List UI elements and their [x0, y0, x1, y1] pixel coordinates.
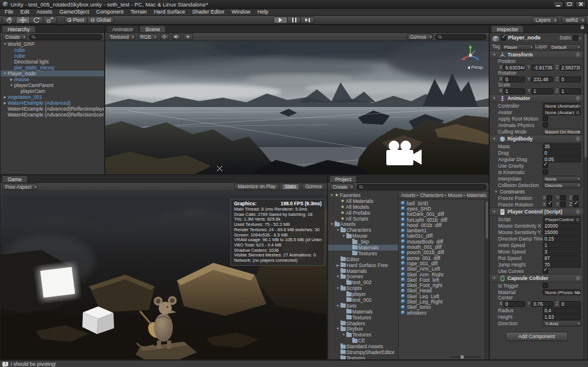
foldout-icon[interactable]: ▶ [2, 94, 8, 100]
project-file-item[interactable]: furDark_001_diff [399, 212, 489, 217]
project-search-input[interactable] [356, 184, 487, 190]
value-field[interactable]: 97 [543, 255, 581, 261]
foldout-icon[interactable]: ▼ [492, 275, 497, 281]
project-tree-item[interactable]: Shaders [328, 321, 398, 326]
tab-project[interactable]: Project [329, 175, 357, 182]
menu-terrain[interactable]: Terrain [127, 9, 151, 15]
hierarchy-item[interactable]: Directional light [1, 59, 104, 65]
foldout-icon[interactable]: ▶ [2, 100, 8, 106]
foldout-icon[interactable]: ▼ [335, 326, 340, 332]
foldout-icon[interactable]: ▼ [492, 95, 497, 101]
dropdown-field[interactable]: Discrete [543, 182, 581, 188]
project-tree-item[interactable]: ★All Scripts [328, 216, 398, 222]
stats-toggle[interactable]: Stats [282, 184, 300, 190]
menu-window[interactable]: Window [228, 9, 254, 15]
menu-shader-editor[interactable]: Shader Editor [189, 9, 228, 15]
scene-search-input[interactable] [435, 34, 487, 40]
project-file-item[interactable]: rope_001_diff [399, 261, 489, 266]
gear-icon[interactable] [575, 93, 582, 104]
foldout-icon[interactable]: ▼ [493, 189, 499, 195]
component-header-transform[interactable]: ▼Transform [490, 51, 583, 59]
foldout-icon[interactable]: ▼ [341, 233, 346, 239]
value-field[interactable]: 35 [543, 144, 581, 149]
object-picker-icon[interactable]: ⊙ [576, 104, 580, 109]
breadcrumb-segment[interactable]: Materials [467, 193, 486, 198]
gear-icon[interactable] [575, 273, 582, 283]
play-button[interactable] [273, 16, 288, 24]
gear-icon[interactable] [575, 49, 582, 60]
project-file-item[interactable]: Skel_Foot_right [399, 282, 489, 288]
menu-file[interactable]: File [1, 9, 17, 15]
foldout-icon[interactable]: ▶ [335, 262, 340, 268]
step-button[interactable] [300, 16, 315, 24]
project-file-item[interactable]: whiskers [399, 310, 489, 315]
project-tree-item[interactable]: Materials [328, 268, 398, 274]
hierarchy-search-input[interactable] [29, 34, 102, 40]
checkbox[interactable] [560, 195, 566, 201]
project-tree-item[interactable]: Textures [328, 355, 398, 359]
perspective-label[interactable]: Persp [467, 65, 483, 70]
scene-gizmos-dropdown[interactable]: Gizmos [407, 34, 433, 40]
project-tree-item[interactable]: player [328, 291, 398, 297]
checkbox[interactable]: ✓ [543, 268, 548, 273]
object-field[interactable]: None (Physic Material)⊙ [543, 289, 581, 295]
menu-hard-surface[interactable]: Hard Surface [151, 9, 189, 15]
hierarchy-item[interactable]: cube [1, 53, 104, 59]
component-header-rigidbody[interactable]: ▼Rigidbody [490, 135, 583, 143]
breadcrumb-segment[interactable]: Assets [401, 193, 416, 198]
shading-mode-dropdown[interactable]: Textured [107, 34, 135, 40]
scene-viewport[interactable]: Persp [105, 41, 489, 174]
value-field[interactable]: 3 [543, 249, 581, 255]
foldout-icon[interactable]: ▼ [335, 227, 340, 233]
breadcrumb-segment[interactable]: Mouse [448, 193, 463, 198]
value-field[interactable]: 0.76 [532, 301, 553, 307]
project-file-item[interactable]: Skel_torso [399, 305, 489, 310]
project-file-item[interactable]: Skel_Foot_left [399, 277, 489, 282]
project-scrollbar[interactable] [485, 199, 489, 359]
value-field[interactable]: 70 [543, 262, 581, 268]
hierarchy-item[interactable]: pier_static_messy [1, 65, 104, 71]
project-tree-item[interactable]: Materials [328, 245, 398, 251]
rotate-tool-button[interactable] [29, 16, 44, 24]
foldout-icon[interactable]: ▼ [341, 332, 346, 338]
scene-effects-toggle[interactable] [183, 34, 193, 40]
checkbox[interactable] [543, 116, 548, 121]
project-tree-item[interactable]: ★All Materials [328, 198, 398, 204]
value-field[interactable]: 6.630344 [503, 65, 524, 71]
add-component-button[interactable]: Add Component [506, 332, 568, 341]
project-file-item[interactable]: Skel_Leg_Left [399, 293, 489, 299]
value-field[interactable]: 1.53 [543, 314, 581, 320]
project-file-item[interactable]: bell_SHD [399, 201, 489, 206]
scene-lighting-toggle[interactable] [160, 34, 169, 40]
tab-scene[interactable]: Scene [139, 25, 166, 32]
tab-hierarchy[interactable]: Hierarchy [2, 25, 36, 32]
hierarchy-item[interactable]: ▼playerCamParent [1, 82, 104, 88]
pause-button[interactable] [287, 16, 301, 24]
global-toggle-button[interactable]: Global [87, 16, 115, 24]
project-tree-item[interactable]: test_002 [328, 279, 398, 285]
tab-game[interactable]: Game [2, 175, 28, 182]
checkbox[interactable]: ✓ [543, 163, 548, 168]
object-field[interactable]: PlayerControl⊙ [543, 216, 581, 222]
game-viewport[interactable]: Graphics: 198.0 FPS (9.3ms) Main Thread:… [1, 191, 327, 359]
project-tree-item[interactable]: StrumpyShaderEditor [328, 349, 398, 355]
menu-component[interactable]: Component [93, 9, 128, 15]
object-picker-icon[interactable]: ⊙ [576, 290, 580, 295]
active-checkbox[interactable]: ✓ [501, 35, 506, 41]
project-tree-item[interactable]: test_002 [328, 297, 398, 303]
maximize-button[interactable] [564, 1, 574, 8]
project-file-item[interactable]: lambert1 [399, 228, 489, 233]
foldout-icon[interactable]: ▼ [492, 209, 497, 215]
scale-tool-button[interactable] [43, 16, 57, 24]
close-button[interactable] [576, 1, 586, 8]
project-tree-item[interactable]: ▼Mouse [328, 233, 398, 239]
hand-tool-button[interactable] [2, 16, 16, 24]
move-tool-button[interactable] [16, 16, 30, 24]
foldout-icon[interactable]: ▼ [329, 221, 335, 227]
project-tree-item[interactable]: ▼Sets [328, 303, 398, 309]
icon-size-slider[interactable] [451, 356, 482, 358]
checkbox[interactable] [543, 122, 548, 128]
foldout-icon[interactable]: ▼ [492, 52, 497, 58]
scrollbar-thumb[interactable] [584, 34, 587, 158]
minimize-button[interactable] [553, 1, 563, 8]
